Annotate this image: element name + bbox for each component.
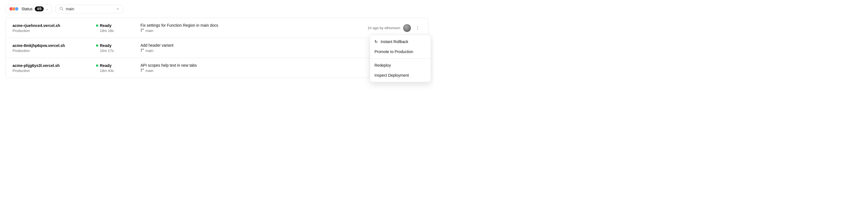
branch-name: main (146, 49, 153, 53)
status-dot (96, 25, 98, 27)
build-time: 10m 17s (96, 49, 141, 53)
svg-line-1 (62, 9, 63, 10)
status-ready: Ready (96, 63, 141, 68)
deployment-name: acme-8mkjhp6qvw.vercel.sh (12, 43, 96, 48)
deployment-env: Production (12, 29, 96, 33)
commit-branch: main (141, 68, 360, 73)
chevron-down-icon: ⌄ (46, 7, 49, 11)
context-menu-item-redeploy[interactable]: Redeploy (370, 60, 431, 70)
more-options-button[interactable]: ⋮ (414, 24, 422, 32)
col-meta: 1h ago by ethomson ⋮ (360, 24, 422, 32)
inspect-label: Inspect Deployment (374, 73, 409, 77)
col-status: Ready 10m 17s (96, 43, 141, 53)
col-commit: API scopes help text in new tabs main (141, 63, 360, 73)
clear-icon[interactable]: × (117, 7, 119, 11)
branch-name: main (146, 69, 153, 73)
build-time: 18m 43s (96, 69, 141, 73)
context-menu: ↻ Instant Rollback Promote to Production… (370, 35, 431, 82)
commit-branch: main (141, 48, 360, 53)
status-dot (96, 44, 98, 47)
deployments-table: acme-rjuehnce4.vercel.sh Production Read… (6, 18, 428, 78)
status-label: Status (22, 7, 33, 11)
col-name: acme-phjg6ys3l.vercel.sh Production (12, 63, 96, 73)
branch-icon (141, 68, 144, 73)
svg-point-7 (143, 49, 144, 50)
circle-blue (15, 7, 19, 11)
logo-circles (9, 7, 18, 11)
col-commit: Add header variant main (141, 43, 360, 53)
col-status: Ready 18m 18s (96, 23, 141, 33)
rollback-label: Instant Rollback (380, 39, 408, 44)
search-icon (60, 7, 63, 11)
deployment-name: acme-phjg6ys3l.vercel.sh (12, 63, 96, 68)
commit-message: API scopes help text in new tabs (141, 63, 360, 68)
commit-message: Fix settings for Function Region in main… (141, 23, 360, 28)
col-name: acme-rjuehnce4.vercel.sh Production (12, 23, 96, 33)
branch-icon (141, 28, 144, 33)
col-name: acme-8mkjhp6qvw.vercel.sh Production (12, 43, 96, 53)
toolbar: Status 4/5 ⌄ × (0, 0, 434, 18)
svg-point-10 (143, 69, 144, 70)
status-ready: Ready (96, 23, 141, 28)
deployment-row: acme-rjuehnce4.vercel.sh Production Read… (6, 18, 428, 38)
branch-icon (141, 48, 144, 53)
avatar (403, 24, 411, 32)
context-menu-divider (370, 58, 431, 59)
context-menu-item-inspect[interactable]: Inspect Deployment (370, 70, 431, 80)
svg-point-4 (143, 29, 144, 30)
status-ready: Ready (96, 43, 141, 48)
deployment-env: Production (12, 69, 96, 73)
context-menu-item-rollback[interactable]: ↻ Instant Rollback (370, 37, 431, 47)
deployment-row: acme-phjg6ys3l.vercel.sh Production Read… (6, 58, 428, 78)
commit-message: Add header variant (141, 43, 360, 47)
deployment-row: acme-8mkjhp6qvw.vercel.sh Production Rea… (6, 38, 428, 58)
branch-name: main (146, 29, 153, 33)
status-badge: 4/5 (35, 6, 44, 11)
commit-branch: main (141, 28, 360, 33)
col-commit: Fix settings for Function Region in main… (141, 23, 360, 33)
search-box: × (55, 5, 123, 13)
promote-label: Promote to Production (374, 49, 413, 54)
context-menu-item-promote[interactable]: Promote to Production (370, 47, 431, 57)
status-filter[interactable]: Status 4/5 ⌄ (6, 4, 52, 13)
deployment-env: Production (12, 49, 96, 53)
status-dot (96, 65, 98, 67)
avatar-img (403, 24, 411, 32)
meta-time: 1h ago by ethomson (368, 26, 400, 30)
search-input[interactable] (66, 7, 114, 11)
rollback-icon: ↻ (374, 39, 378, 44)
deployment-name: acme-rjuehnce4.vercel.sh (12, 23, 96, 28)
redeploy-label: Redeploy (374, 63, 391, 68)
col-status: Ready 18m 43s (96, 63, 141, 73)
build-time: 18m 18s (96, 29, 141, 33)
